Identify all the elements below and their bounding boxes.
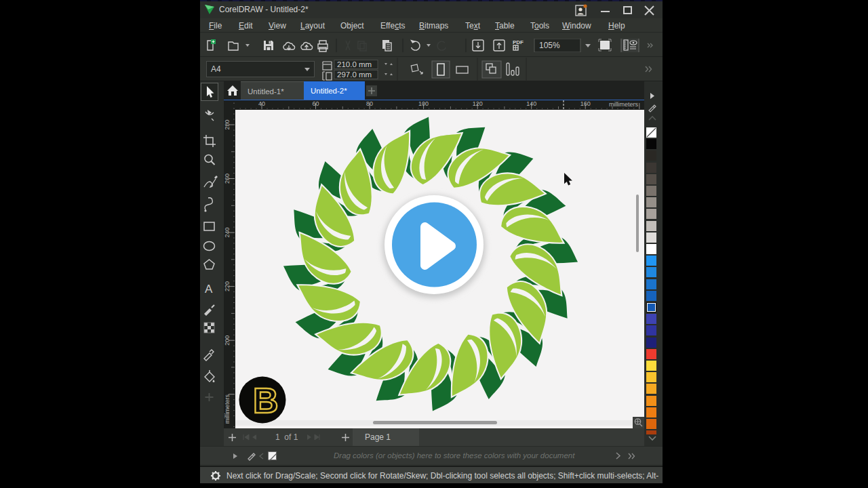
svg-text:B: B — [253, 381, 279, 420]
svg-text:140: 140 — [526, 100, 536, 107]
svg-text:120: 120 — [473, 100, 483, 107]
svg-text:PDF: PDF — [513, 39, 524, 45]
svg-text:200: 200 — [224, 336, 231, 346]
svg-text:160: 160 — [580, 100, 591, 107]
svg-text:220: 220 — [224, 281, 231, 291]
svg-text:millimeters: millimeters — [224, 394, 231, 424]
svg-text:297.0 mm: 297.0 mm — [337, 70, 372, 79]
svg-text:A: A — [205, 283, 213, 296]
svg-text:60: 60 — [312, 100, 319, 107]
svg-text:millimeters: millimeters — [609, 101, 639, 108]
svg-text:100: 100 — [418, 100, 429, 107]
svg-text:280: 280 — [224, 119, 231, 129]
svg-text:80: 80 — [366, 100, 373, 107]
svg-text:210.0 mm: 210.0 mm — [337, 60, 372, 68]
svg-text:240: 240 — [224, 228, 231, 238]
svg-text:260: 260 — [224, 174, 231, 184]
svg-text:105%: 105% — [539, 41, 560, 50]
svg-text:40: 40 — [258, 100, 265, 107]
